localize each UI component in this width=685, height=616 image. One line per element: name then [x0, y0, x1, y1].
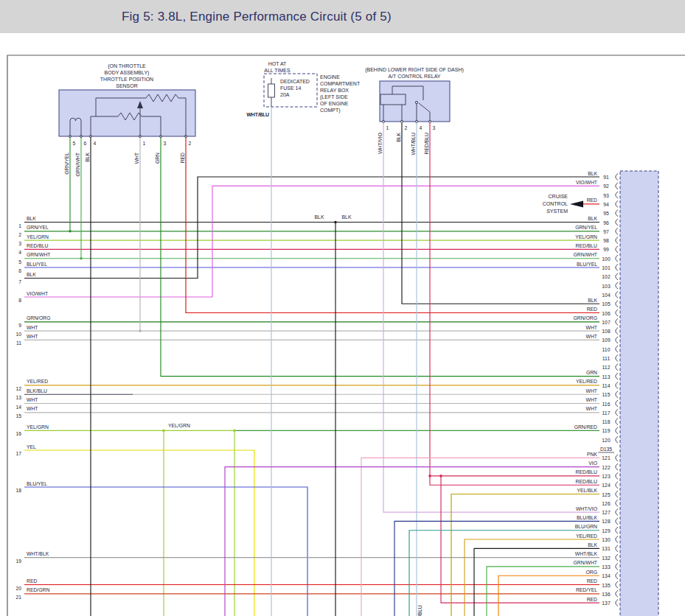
wire-blk: [402, 123, 599, 304]
pin-number: 2: [189, 141, 192, 146]
wire-color-label: BLK: [342, 214, 352, 220]
wire-color-label: WHT: [586, 334, 597, 339]
wiring-diagram: 91BLK92VIO/WHT9394RED9596BLK97GRN/YEL98Y…: [0, 0, 685, 616]
connector-ref-label: D135: [600, 447, 612, 452]
pin-socket-icon: [616, 581, 618, 588]
tps-caption: BODY ASSEMBLY): [105, 70, 150, 76]
pin-socket-icon: [616, 554, 618, 561]
pin-number: 105: [602, 301, 611, 307]
pin-socket-icon: [616, 237, 618, 244]
cruise-control-label: SYSTEM: [546, 209, 568, 214]
circuit-number: 15: [15, 413, 21, 419]
pin-socket-icon: [616, 536, 618, 543]
tps-caption: SENSOR: [116, 83, 138, 88]
pin-socket-icon: [616, 183, 618, 189]
wire-color-label: YEL/GRN: [168, 423, 190, 428]
wire-color-label: WHT: [134, 153, 139, 164]
wire-junction-dot: [439, 475, 442, 477]
pin-number: 95: [603, 211, 609, 216]
wire-color-label: BLK: [588, 216, 597, 221]
pin-number: 135: [602, 583, 611, 588]
wire-color-label: RED: [587, 197, 597, 203]
pin-number: 115: [602, 392, 611, 397]
cruise-control-label: CONTROL: [543, 201, 568, 206]
pin-number: 129: [602, 528, 611, 533]
pin-number: 3: [433, 125, 436, 130]
wire-color-label: RED/BLU: [576, 469, 598, 475]
pin-socket-icon: [616, 265, 618, 271]
pin-number: 127: [602, 510, 611, 515]
wire-junction-dot: [139, 329, 142, 332]
wire-color-label: GRN/WHT: [27, 252, 50, 257]
pin-socket-icon: [616, 427, 618, 434]
pin-socket-icon: [616, 255, 618, 262]
relay-box-location-label: OF ENGINE: [320, 101, 349, 106]
pin-number: 4: [94, 141, 97, 146]
circuit-number: 21: [15, 595, 21, 600]
wire-color-label: BLK: [396, 133, 401, 142]
pin-socket-icon: [616, 463, 618, 470]
circuit-number: 9: [18, 323, 21, 328]
wire-color-label: GRN: [155, 153, 160, 164]
pin-number: 6: [84, 141, 87, 146]
wire-color-label: RED/BLU: [576, 243, 598, 248]
pin-socket-icon: [616, 436, 618, 443]
wire-color-label: WHT/VIO: [576, 506, 597, 511]
circuit-number: 20: [15, 586, 21, 591]
pin-number: 122: [602, 465, 611, 470]
pin-socket-icon: [616, 527, 618, 533]
figure-title-bar: Fig 5: 3.8L, Engine Performance Circuit …: [0, 0, 685, 33]
pin-socket-icon: [616, 500, 618, 506]
wire-color-label: YEL/GRN: [575, 234, 597, 239]
pin-socket-icon: [616, 200, 618, 207]
wire-color-label: YEL/GRN: [27, 424, 49, 430]
pin-socket-icon: [616, 246, 618, 253]
pin-socket-icon: [616, 563, 618, 570]
cruise-arrow-icon: [570, 201, 583, 208]
pin-socket-icon: [616, 210, 618, 217]
wire-org: [498, 575, 599, 616]
relay-caption: (BEHIND LOWER RIGHT SIDE OF DASH): [365, 67, 464, 73]
wire-color-label: GRN/WHT: [574, 252, 597, 257]
pin-socket-icon: [616, 273, 618, 280]
wire-color-label: BLU/GRN: [575, 524, 597, 529]
pin-socket-icon: [616, 346, 618, 352]
wire-color-label: WHT/BLK: [27, 551, 49, 556]
wire-color-label: BLK: [588, 298, 597, 303]
pin-number: 114: [602, 383, 611, 388]
wire-color-label: YEL: [27, 444, 36, 449]
wire-color-label: RED/YEL: [576, 587, 597, 592]
circuit-number: 14: [15, 405, 21, 410]
wire-color-label: BLU/YEL: [577, 262, 597, 267]
wire-color-label: GRN/WHT: [574, 560, 597, 565]
pin-number: 128: [602, 519, 611, 524]
wire-color-label: PNK: [587, 452, 597, 457]
relay-box-location-label: COMPT): [320, 108, 341, 113]
circuit-number: 3: [18, 241, 21, 246]
wire-blk: [24, 177, 599, 279]
wire-color-label: VIO: [588, 461, 597, 466]
wire-color-label: BLU/YEL: [27, 481, 47, 486]
pin-number: 119: [602, 428, 611, 433]
relay-box-location-label: (LEFT SIDE: [320, 94, 348, 100]
wire-color-label: WHT/BLU: [411, 133, 416, 155]
pin-number: 1: [143, 141, 146, 146]
pin-socket-icon: [616, 400, 618, 407]
pin-number: 125: [602, 492, 611, 497]
circuit-number: 13: [15, 395, 21, 400]
pin-number: 99: [603, 247, 609, 252]
pin-number: 123: [602, 474, 611, 479]
wire-blk: [474, 548, 599, 616]
wire-color-label: BLK: [85, 153, 90, 162]
pin-number: 5: [73, 141, 76, 146]
pin-number: 1: [386, 125, 389, 130]
pin-number: 108: [602, 329, 611, 334]
wire-color-label: BLK: [315, 214, 324, 220]
wire-blu-blk: [394, 521, 599, 616]
pin-socket-icon: [616, 219, 618, 225]
pin-number: 120: [602, 438, 611, 443]
wire-color-label: RED/BLU: [576, 479, 598, 484]
wire-junction-dot: [162, 430, 165, 433]
pin-number: 110: [602, 347, 611, 352]
circuit-number: 10: [15, 332, 21, 337]
